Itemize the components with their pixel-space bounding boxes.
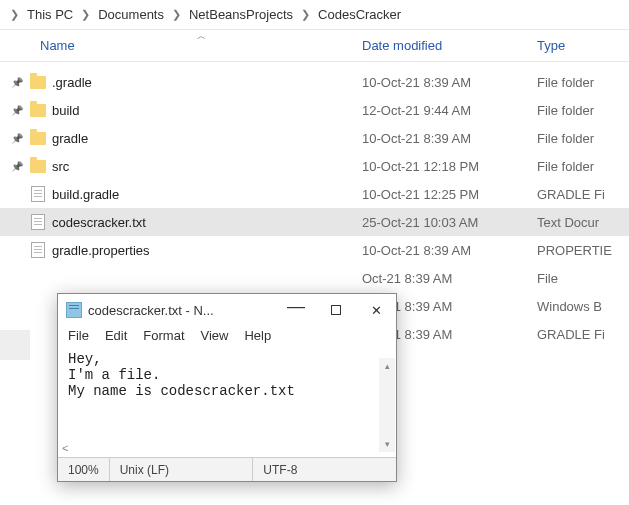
breadcrumb[interactable]: ❯ This PC ❯ Documents ❯ NetBeansProjects… [0,0,629,30]
file-name: gradle [52,131,362,146]
chevron-right-icon: ❯ [168,8,185,21]
folder-icon [24,132,52,145]
file-type: File folder [537,75,594,90]
notepad-titlebar[interactable]: codescracker.txt - N... — [58,294,396,326]
notepad-window[interactable]: codescracker.txt - N... — File Edit Form… [57,293,397,482]
pin-icon[interactable]: 📌 [10,161,24,172]
file-row[interactable]: 📌gradle10-Oct-21 8:39 AMFile folder [0,124,629,152]
file-type: File folder [537,159,594,174]
file-date: 12-Oct-21 9:44 AM [362,103,537,118]
menu-help[interactable]: Help [244,328,271,343]
folder-icon [24,104,52,117]
breadcrumb-item[interactable]: NetBeansProjects [185,7,297,22]
file-date: 10-Oct-21 8:39 AM [362,131,537,146]
file-type: File folder [537,131,594,146]
notepad-textarea[interactable]: Hey, I'm a file. My name is codescracker… [58,349,396,439]
status-encoding: UTF-8 [253,458,396,481]
file-type: Windows B [537,299,602,314]
menu-edit[interactable]: Edit [105,328,127,343]
file-date: Oct-21 8:39 AM [362,271,537,286]
file-name: gradle.properties [52,243,362,258]
file-type: File folder [537,103,594,118]
file-icon [24,186,52,202]
file-type: GRADLE Fi [537,327,605,342]
column-type[interactable]: Type [537,38,629,53]
notepad-menu: File Edit Format View Help [58,326,396,349]
file-name: .gradle [52,75,362,90]
file-date: 10-Oct-21 12:18 PM [362,159,537,174]
breadcrumb-item[interactable]: CodesCracker [314,7,405,22]
pin-icon[interactable]: 📌 [10,105,24,116]
file-type: GRADLE Fi [537,187,605,202]
file-type: Text Docur [537,215,599,230]
file-row[interactable]: gradle.properties10-Oct-21 8:39 AMPROPER… [0,236,629,264]
status-eol: Unix (LF) [110,458,254,481]
chevron-right-icon: ❯ [6,8,23,21]
notepad-title: codescracker.txt - N... [88,303,276,318]
notepad-statusbar: 100% Unix (LF) UTF-8 [58,457,396,481]
folder-icon [24,76,52,89]
breadcrumb-item[interactable]: Documents [94,7,168,22]
breadcrumb-item[interactable]: This PC [23,7,77,22]
pin-icon[interactable]: 📌 [10,77,24,88]
minimize-button[interactable]: — [276,294,316,326]
chevron-right-icon: ❯ [297,8,314,21]
notepad-icon [66,302,82,318]
file-name: src [52,159,362,174]
file-date: 25-Oct-21 10:03 AM [362,215,537,230]
file-type: PROPERTIE [537,243,612,258]
file-icon [24,214,52,230]
file-row[interactable]: build.gradle10-Oct-21 12:25 PMGRADLE Fi [0,180,629,208]
folder-icon [24,160,52,173]
maximize-button[interactable] [316,294,356,326]
chevron-right-icon: ❯ [77,8,94,21]
column-date[interactable]: Date modified [362,38,537,53]
file-row[interactable]: 📌src10-Oct-21 12:18 PMFile folder [0,152,629,180]
menu-file[interactable]: File [68,328,89,343]
file-date: 10-Oct-21 12:25 PM [362,187,537,202]
menu-format[interactable]: Format [143,328,184,343]
file-row[interactable]: Oct-21 8:39 AMFile [0,264,629,292]
pin-icon[interactable]: 📌 [10,133,24,144]
file-row[interactable]: codescracker.txt25-Oct-21 10:03 AMText D… [0,208,629,236]
file-icon [24,242,52,258]
close-icon [371,303,382,318]
file-name: build.gradle [52,187,362,202]
file-name: build [52,103,362,118]
file-row[interactable]: 📌build12-Oct-21 9:44 AMFile folder [0,96,629,124]
scrollbar-vertical[interactable]: ▴▾ [379,358,395,452]
file-row[interactable]: 📌.gradle10-Oct-21 8:39 AMFile folder [0,68,629,96]
close-button[interactable] [356,294,396,326]
scrollbar-horizontal[interactable]: <> [58,439,396,457]
file-type: File [537,271,558,286]
side-highlight [0,330,30,360]
file-date: 10-Oct-21 8:39 AM [362,75,537,90]
menu-view[interactable]: View [201,328,229,343]
status-zoom: 100% [58,458,110,481]
file-date: 10-Oct-21 8:39 AM [362,243,537,258]
file-name: codescracker.txt [52,215,362,230]
sort-indicator: ︿ [40,30,362,43]
